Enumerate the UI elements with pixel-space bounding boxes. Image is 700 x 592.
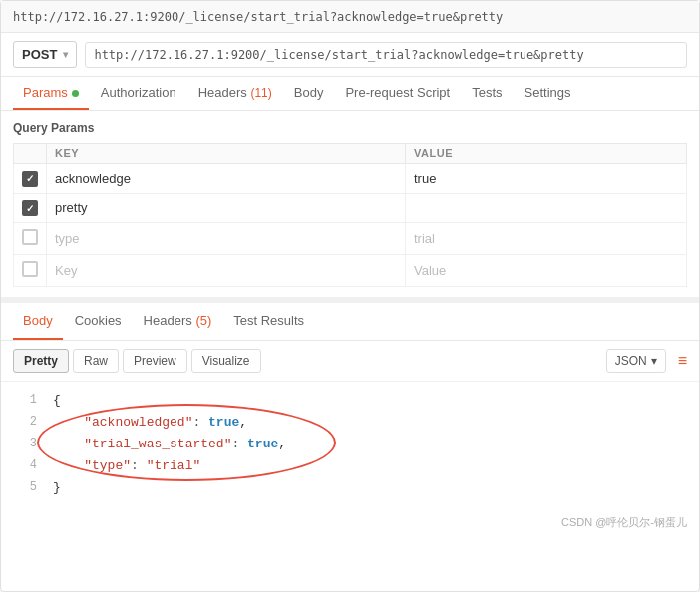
response-section: Body Cookies Headers (5) Test Results Pr… — [1, 297, 699, 538]
tab-authorization[interactable]: Authorization — [91, 77, 186, 110]
wrap-icon[interactable]: ≡ — [678, 352, 687, 370]
line-num-2: 2 — [13, 412, 37, 432]
value-cell-2[interactable] — [406, 193, 687, 223]
tab-params[interactable]: Params — [13, 77, 89, 110]
method-select[interactable]: POST ▾ — [13, 41, 77, 68]
request-line: POST ▾ — [1, 33, 699, 77]
response-tab-headers[interactable]: Headers (5) — [134, 303, 222, 340]
checkbox-cell-4[interactable] — [14, 255, 47, 287]
response-tab-test-results[interactable]: Test Results — [223, 303, 314, 340]
value-cell-4[interactable]: Value — [406, 255, 687, 287]
url-bar-container: http://172.16.27.1:9200/_license/start_t… — [1, 1, 699, 33]
tab-tests[interactable]: Tests — [462, 77, 512, 110]
format-preview-button[interactable]: Preview — [123, 349, 187, 373]
key-col-header: KEY — [47, 144, 406, 164]
table-row: type trial — [14, 223, 687, 255]
tab-body[interactable]: Body — [284, 77, 334, 110]
params-dot — [72, 90, 79, 97]
checkbox-1[interactable] — [22, 171, 38, 187]
line-num-4: 4 — [13, 455, 37, 475]
table-row: acknowledge true — [14, 164, 687, 194]
main-container: http://172.16.27.1:9200/_license/start_t… — [0, 0, 700, 592]
tab-prerequest[interactable]: Pre-request Script — [335, 77, 460, 110]
url-text: http://172.16.27.1:9200/_license/start_t… — [13, 10, 503, 24]
code-block: 1 { 2 "acknowledged": true, 3 "trial_was… — [1, 382, 699, 507]
json-label: JSON — [615, 354, 647, 368]
params-table: KEY VALUE acknowledge true — [13, 143, 687, 287]
tab-settings[interactable]: Settings — [515, 77, 581, 110]
table-row: pretty — [14, 193, 687, 223]
line-num-5: 5 — [13, 477, 37, 497]
code-line-4: 4 "type": "trial" — [13, 455, 687, 477]
checkbox-cell-2[interactable] — [14, 193, 47, 223]
response-tab-body[interactable]: Body — [13, 303, 63, 340]
table-row: Key Value — [14, 255, 687, 287]
method-label: POST — [22, 47, 57, 62]
code-line-1: 1 { — [13, 390, 687, 412]
line-num-3: 3 — [13, 434, 37, 453]
code-line-3: 3 "trial_was_started": true, — [13, 434, 687, 455]
code-content-3: "trial_was_started": true, — [53, 434, 687, 455]
checkbox-4[interactable] — [22, 261, 38, 277]
response-tab-cookies[interactable]: Cookies — [65, 303, 132, 340]
code-content-4: "type": "trial" — [53, 455, 687, 477]
tab-headers[interactable]: Headers (11) — [188, 77, 282, 110]
checkbox-cell-3[interactable] — [14, 223, 47, 255]
key-cell-4[interactable]: Key — [47, 255, 406, 287]
code-content-1: { — [53, 390, 687, 412]
request-url-input[interactable] — [85, 42, 687, 68]
value-placeholder-3: trial — [414, 231, 435, 246]
key-cell-3[interactable]: type — [47, 223, 406, 255]
key-placeholder-4: Key — [55, 263, 77, 278]
key-placeholder-3: type — [55, 231, 80, 246]
format-bar: Pretty Raw Preview Visualize JSON ▾ ≡ — [1, 341, 699, 382]
response-tabs-bar: Body Cookies Headers (5) Test Results — [1, 303, 699, 341]
value-col-header: VALUE — [406, 144, 687, 164]
code-content-5: } — [53, 477, 687, 499]
format-raw-button[interactable]: Raw — [73, 349, 119, 373]
value-cell-1[interactable]: true — [406, 164, 687, 194]
checkbox-2[interactable] — [22, 200, 38, 216]
code-line-2: 2 "acknowledged": true, — [13, 412, 687, 434]
format-pretty-button[interactable]: Pretty — [13, 349, 69, 373]
checkbox-col-header — [14, 144, 47, 164]
format-visualize-button[interactable]: Visualize — [191, 349, 261, 373]
checkbox-cell-1[interactable] — [14, 164, 47, 194]
line-num-1: 1 — [13, 390, 37, 410]
section-title: Query Params — [13, 121, 687, 135]
watermark: CSDN @呼伦贝尔-钢蛋儿 — [1, 507, 699, 538]
value-placeholder-4: Value — [414, 263, 446, 278]
value-cell-3[interactable]: trial — [406, 223, 687, 255]
code-content-2: "acknowledged": true, — [53, 412, 687, 434]
request-tabs-bar: Params Authorization Headers (11) Body P… — [1, 77, 699, 111]
key-cell-1[interactable]: acknowledge — [47, 164, 406, 194]
chevron-down-icon: ▾ — [63, 49, 68, 60]
checkbox-3[interactable] — [22, 229, 38, 245]
json-format-select[interactable]: JSON ▾ — [606, 349, 666, 373]
watermark-text: CSDN @呼伦贝尔-钢蛋儿 — [561, 516, 687, 528]
key-cell-2[interactable]: pretty — [47, 193, 406, 223]
params-section: Query Params KEY VALUE acknowledge true — [1, 111, 699, 297]
code-line-5: 5 } — [13, 477, 687, 499]
json-chevron-icon: ▾ — [651, 354, 657, 368]
